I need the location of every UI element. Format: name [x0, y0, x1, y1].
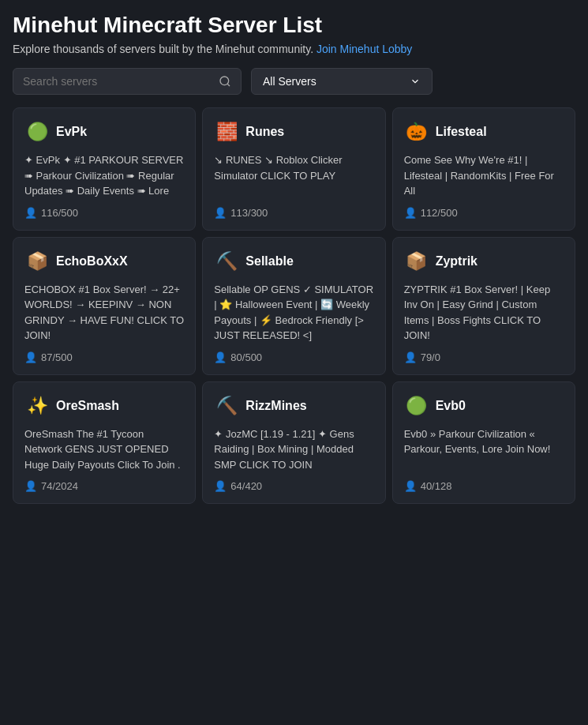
server-card-lifesteal[interactable]: 🎃 Lifesteal Come See Why We're #1! | Lif…: [392, 107, 575, 231]
server-description: ↘ RUNES ↘ Roblox Clicker Simulator CLICK…: [214, 152, 373, 199]
server-name: Lifesteal: [436, 125, 487, 139]
players-icon: 👤: [404, 207, 417, 219]
server-name: Zyptrik: [436, 254, 478, 269]
server-icon: 🟢: [404, 393, 429, 419]
server-description: Sellable OP GENS ✓ SIMULATOR | ⭐ Hallowe…: [214, 282, 373, 344]
search-icon: [219, 75, 231, 88]
server-name: EvPk: [56, 125, 87, 139]
player-count: 74/2024: [41, 480, 78, 492]
players-icon: 👤: [214, 480, 227, 492]
player-count: 64/420: [230, 480, 262, 492]
server-name: Runes: [245, 125, 284, 139]
players-icon: 👤: [24, 480, 37, 492]
server-name: Evb0: [436, 399, 466, 413]
svg-point-0: [220, 77, 229, 85]
server-card-rizzmines[interactable]: ⛏️ RizzMines ✦ JozMC [1.19 - 1.21] ✦ Gen…: [202, 381, 385, 505]
server-icon: 📦: [24, 249, 50, 274]
search-box[interactable]: [13, 68, 242, 95]
server-card-sellable[interactable]: ⛏️ Sellable Sellable OP GENS ✓ SIMULATOR…: [202, 237, 385, 375]
server-name: RizzMines: [245, 399, 306, 413]
server-players: 👤 87/500: [24, 351, 184, 363]
server-description: ZYPTRIK #1 Box Server! | Keep Inv On | E…: [404, 282, 564, 344]
server-players: 👤 64/420: [214, 480, 373, 492]
server-description: Come See Why We're #1! | Lifesteal | Ran…: [404, 152, 564, 199]
players-icon: 👤: [214, 351, 227, 363]
server-card-runes[interactable]: 🧱 Runes ↘ RUNES ↘ Roblox Clicker Simulat…: [202, 107, 385, 231]
players-icon: 👤: [404, 351, 417, 363]
server-card-oresmash[interactable]: ✨ OreSmash OreSmash The #1 Tycoon Networ…: [13, 381, 196, 505]
players-icon: 👤: [24, 351, 37, 363]
player-count: 113/300: [230, 207, 268, 219]
server-description: Evb0 » Parkour Civilization « Parkour, E…: [404, 426, 564, 473]
server-players: 👤 40/128: [404, 480, 564, 492]
chevron-down-icon: [410, 76, 421, 87]
server-header: ✨ OreSmash: [24, 393, 184, 419]
server-header: 🧱 Runes: [214, 119, 373, 145]
server-icon: ✨: [24, 393, 50, 419]
server-players: 👤 113/300: [214, 207, 373, 219]
server-icon: 🧱: [214, 119, 239, 145]
server-card-echoboxxx[interactable]: 📦 EchoBoXxX ECHOBOX #1 Box Server! → 22+…: [13, 237, 196, 375]
server-description: ✦ EvPk ✦ #1 PARKOUR SERVER ➠ Parkour Civ…: [24, 152, 184, 199]
server-icon: ⛏️: [214, 393, 239, 419]
server-card-evb0[interactable]: 🟢 Evb0 Evb0 » Parkour Civilization « Par…: [392, 381, 575, 505]
server-header: 🎃 Lifesteal: [404, 119, 564, 145]
player-count: 80/500: [230, 351, 262, 363]
server-players: 👤 74/2024: [24, 480, 184, 492]
server-header: 🟢 Evb0: [404, 393, 564, 419]
server-icon: 🟢: [24, 119, 50, 145]
server-card-zyptrik[interactable]: 📦 Zyptrik ZYPTRIK #1 Box Server! | Keep …: [392, 237, 575, 375]
server-header: ⛏️ RizzMines: [214, 393, 373, 419]
server-description: OreSmash The #1 Tycoon Network GENS JUST…: [24, 426, 184, 473]
toolbar: All Servers: [13, 68, 575, 95]
server-name: EchoBoXxX: [56, 254, 128, 269]
lobby-link[interactable]: Join Minehut Lobby: [316, 43, 412, 55]
page-title: Minehut Minecraft Server List: [13, 13, 575, 38]
server-name: OreSmash: [56, 399, 119, 413]
server-name: Sellable: [245, 254, 293, 269]
subtitle: Explore thousands of servers built by th…: [13, 43, 575, 55]
dropdown-label: All Servers: [263, 75, 316, 88]
server-header: 📦 EchoBoXxX: [24, 249, 184, 274]
server-players: 👤 79/0: [404, 351, 564, 363]
server-icon: ⛏️: [214, 249, 239, 274]
server-card-evpk[interactable]: 🟢 EvPk ✦ EvPk ✦ #1 PARKOUR SERVER ➠ Park…: [13, 107, 196, 231]
players-icon: 👤: [214, 207, 227, 219]
player-count: 112/500: [421, 207, 458, 219]
server-header: ⛏️ Sellable: [214, 249, 373, 274]
svg-line-1: [227, 84, 230, 86]
server-icon: 📦: [404, 249, 429, 274]
servers-dropdown[interactable]: All Servers: [251, 68, 433, 95]
server-header: 📦 Zyptrik: [404, 249, 564, 274]
player-count: 79/0: [421, 351, 440, 363]
players-icon: 👤: [404, 480, 417, 492]
players-icon: 👤: [24, 207, 37, 219]
player-count: 87/500: [41, 351, 73, 363]
player-count: 40/128: [421, 480, 452, 492]
player-count: 116/500: [41, 207, 78, 219]
server-players: 👤 116/500: [24, 207, 184, 219]
server-icon: 🎃: [404, 119, 429, 145]
server-players: 👤 112/500: [404, 207, 564, 219]
server-players: 👤 80/500: [214, 351, 373, 363]
server-header: 🟢 EvPk: [24, 119, 184, 145]
server-description: ✦ JozMC [1.19 - 1.21] ✦ Gens Raiding | B…: [214, 426, 373, 473]
servers-grid: 🟢 EvPk ✦ EvPk ✦ #1 PARKOUR SERVER ➠ Park…: [13, 107, 575, 504]
search-input[interactable]: [23, 75, 219, 88]
server-description: ECHOBOX #1 Box Server! → 22+ WORLDS! → K…: [24, 282, 184, 344]
